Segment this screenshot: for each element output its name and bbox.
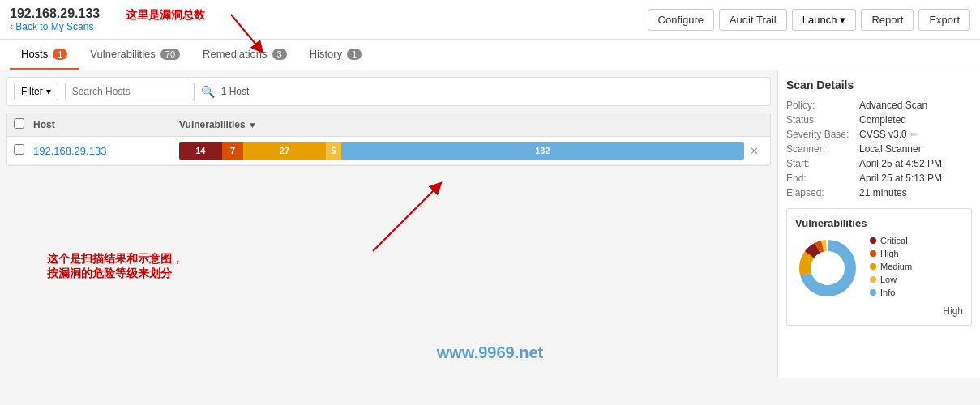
vulnerability-bar: 14 7 27 5 132 xyxy=(179,142,744,160)
legend-medium: Medium xyxy=(870,262,912,271)
elapsed-row: Elapsed: 21 minutes xyxy=(786,187,972,198)
filter-bar: Filter ▾ 🔍 1 Host xyxy=(6,77,771,106)
top-bar-left: 192.168.29.133 Back to My Scans xyxy=(10,6,100,32)
critical-dot xyxy=(870,237,876,244)
chevron-down-icon: ▾ xyxy=(46,86,51,97)
col-host-header: Host xyxy=(33,119,179,130)
main-panel: Filter ▾ 🔍 1 Host Host Vulnerabilities xyxy=(0,70,777,378)
high-dot xyxy=(870,250,876,257)
host-count: 1 Host xyxy=(221,86,250,97)
legend-high: High xyxy=(870,249,912,258)
report-button[interactable]: Report xyxy=(861,9,914,31)
page-title: 192.168.29.133 xyxy=(10,6,100,21)
info-segment: 132 xyxy=(341,142,744,160)
row-close-button[interactable]: ✕ xyxy=(744,145,764,157)
back-to-scans-link[interactable]: Back to My Scans xyxy=(10,21,100,32)
policy-row: Policy: Advanced Scan xyxy=(786,100,972,111)
top-bar: 192.168.29.133 Back to My Scans Configur… xyxy=(0,0,980,40)
search-icon: 🔍 xyxy=(201,85,215,98)
remediations-badge: 3 xyxy=(272,49,287,60)
severity-value: CVSS v3.0 ✏ xyxy=(859,129,918,140)
legend-info: Info xyxy=(870,288,912,297)
launch-button[interactable]: Launch ▾ xyxy=(792,9,857,31)
chevron-down-icon: ▾ xyxy=(840,14,845,26)
scan-details-panel: Scan Details Policy: Advanced Scan Statu… xyxy=(777,70,980,378)
select-all-checkbox[interactable] xyxy=(14,118,24,129)
elapsed-label: Elapsed: xyxy=(786,187,859,198)
severity-row: Severity Base: CVSS v3.0 ✏ xyxy=(786,129,972,140)
severity-label: Severity Base: xyxy=(786,129,859,140)
scan-details-title: Scan Details xyxy=(786,79,972,92)
vulnerabilities-badge: 70 xyxy=(160,49,180,60)
col-vuln-header: Vulnerabilities ▼ xyxy=(179,119,764,130)
search-input[interactable] xyxy=(65,83,195,100)
start-label: Start: xyxy=(786,158,859,169)
low-segment: 5 xyxy=(326,142,341,160)
info-dot xyxy=(870,289,876,296)
tab-remediations[interactable]: Remediations 3 xyxy=(191,40,298,70)
vuln-chart-section: Vulnerabilities xyxy=(786,208,972,326)
status-label: Status: xyxy=(786,114,859,126)
scanner-value: Local Scanner xyxy=(859,143,922,155)
chart-legend: Critical High Medium Low xyxy=(870,236,912,301)
high-segment: 7 xyxy=(222,142,243,160)
critical-segment: 14 xyxy=(179,142,222,160)
row-checkbox[interactable] xyxy=(14,144,24,155)
start-value: April 25 at 4:52 PM xyxy=(859,158,942,169)
status-row: Status: Completed xyxy=(786,114,972,126)
tabs-bar: Hosts 1 Vulnerabilities 70 Remediations … xyxy=(0,40,980,70)
tab-vulnerabilities[interactable]: Vulnerabilities 70 xyxy=(79,40,191,70)
donut-chart xyxy=(795,236,860,301)
legend-critical: Critical xyxy=(870,236,912,245)
table-header: Host Vulnerabilities ▼ xyxy=(7,113,770,137)
filter-button[interactable]: Filter ▾ xyxy=(14,83,58,100)
low-dot xyxy=(870,276,876,283)
medium-segment: 27 xyxy=(243,142,326,160)
row-check[interactable] xyxy=(14,144,33,157)
legend-low: Low xyxy=(870,275,912,284)
top-bar-actions: Configure Audit Trail Launch ▾ Report Ex… xyxy=(648,9,970,31)
start-row: Start: April 25 at 4:52 PM xyxy=(786,158,972,169)
medium-dot xyxy=(870,263,876,270)
vuln-chart-title: Vulnerabilities xyxy=(795,217,963,229)
history-badge: 1 xyxy=(347,49,362,60)
configure-button[interactable]: Configure xyxy=(648,9,714,31)
chart-area: Critical High Medium Low xyxy=(795,236,963,301)
policy-label: Policy: xyxy=(786,100,859,111)
scanner-label: Scanner: xyxy=(786,143,859,155)
annotation-area: 这个是扫描结果和示意图， 按漏洞的危险等级来划分 xyxy=(6,182,771,289)
select-all-check[interactable] xyxy=(14,118,33,131)
audit-trail-button[interactable]: Audit Trail xyxy=(719,9,787,31)
svg-point-5 xyxy=(811,252,844,284)
end-label: End: xyxy=(786,173,859,184)
tab-hosts[interactable]: Hosts 1 xyxy=(10,40,79,70)
host-cell[interactable]: 192.168.29.133 xyxy=(33,145,179,157)
end-value: April 25 at 5:13 PM xyxy=(859,173,942,184)
table-row: 192.168.29.133 14 7 27 xyxy=(7,137,770,165)
policy-value: Advanced Scan xyxy=(859,100,927,111)
export-button[interactable]: Export xyxy=(918,9,970,31)
sort-icon: ▼ xyxy=(249,121,257,130)
end-row: End: April 25 at 5:13 PM xyxy=(786,173,972,184)
scanner-row: Scanner: Local Scanner xyxy=(786,143,972,155)
hosts-table: Host Vulnerabilities ▼ 192.168.29.133 xyxy=(6,113,771,166)
scan-result-annotation: 这个是扫描结果和示意图， 按漏洞的危险等级来划分 xyxy=(47,239,763,281)
status-value: Completed xyxy=(859,114,906,126)
hosts-badge: 1 xyxy=(53,49,67,60)
high-label: High xyxy=(795,305,963,317)
vuln-bar-cell: 14 7 27 5 132 xyxy=(179,142,744,160)
edit-severity-icon[interactable]: ✏ xyxy=(910,130,918,140)
tab-history[interactable]: History 1 xyxy=(298,40,374,70)
elapsed-value: 21 minutes xyxy=(859,187,907,198)
content-area: Filter ▾ 🔍 1 Host Host Vulnerabilities xyxy=(0,70,980,378)
